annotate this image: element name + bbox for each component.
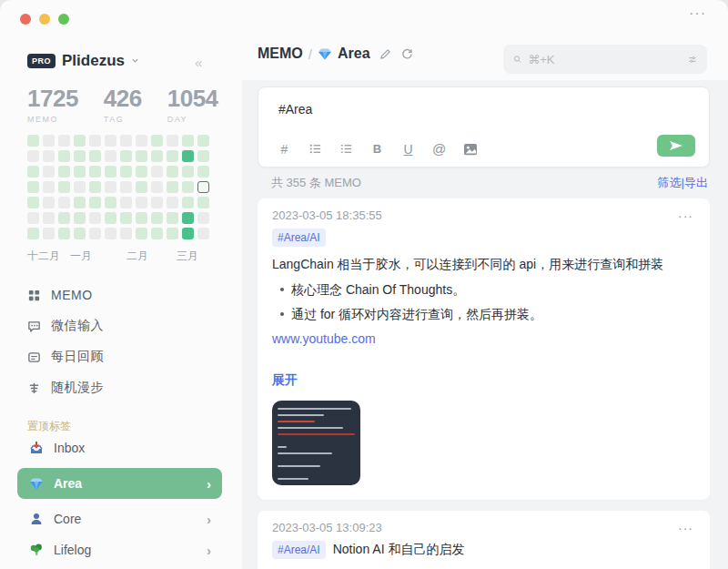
underline-button[interactable]: U <box>400 141 416 157</box>
heatmap-cell[interactable] <box>120 228 132 239</box>
export-link[interactable]: 导出 <box>684 176 708 189</box>
heatmap-cell[interactable] <box>27 135 39 147</box>
heatmap-cell[interactable] <box>58 135 70 147</box>
heatmap-cell[interactable] <box>197 197 209 208</box>
heatmap-cell[interactable] <box>27 212 39 224</box>
workspace-switcher[interactable]: PRO Plidezus <box>27 52 139 70</box>
heatmap-cell[interactable] <box>182 197 194 208</box>
heatmap-cell[interactable] <box>197 135 209 147</box>
heatmap-cell[interactable] <box>167 150 178 162</box>
heatmap-cell[interactable] <box>105 135 116 147</box>
heatmap-cell[interactable] <box>89 150 101 162</box>
heatmap-cell[interactable] <box>58 228 70 239</box>
heatmap-cell[interactable] <box>105 166 116 178</box>
heatmap-cell[interactable] <box>120 135 132 147</box>
expand-link[interactable]: 展开 <box>272 372 693 389</box>
sidebar-tag-inbox[interactable]: Inbox <box>17 433 222 462</box>
heatmap-cell[interactable] <box>182 166 194 178</box>
heatmap-cell[interactable] <box>43 150 55 162</box>
heatmap-cell[interactable] <box>120 166 132 178</box>
sidebar-tag-area[interactable]: Area › <box>17 468 222 499</box>
filter-sliders-icon[interactable] <box>688 53 697 66</box>
heatmap-cell[interactable] <box>58 212 70 224</box>
heatmap-cell[interactable] <box>89 181 101 193</box>
memo-tag-chip[interactable]: #Area/AI <box>272 541 326 559</box>
heatmap-cell[interactable] <box>167 197 178 208</box>
heatmap-cell[interactable] <box>197 150 209 162</box>
edit-pencil-icon[interactable] <box>379 47 392 61</box>
sidebar-tag-lifelog[interactable]: Lifelog › <box>17 535 222 564</box>
heatmap-cell[interactable] <box>43 228 55 239</box>
heatmap-cell[interactable] <box>58 181 70 193</box>
heatmap-cell[interactable] <box>136 181 147 193</box>
heatmap-cell[interactable] <box>89 166 101 178</box>
hashtag-button[interactable]: # <box>277 141 292 157</box>
bullet-list-button[interactable] <box>308 141 323 157</box>
heatmap-cell[interactable] <box>182 181 194 193</box>
refresh-icon[interactable] <box>400 47 414 61</box>
heatmap-cell[interactable] <box>74 197 86 208</box>
heatmap-cell[interactable] <box>167 228 178 239</box>
memo-link[interactable]: www.youtube.com <box>272 331 376 346</box>
heatmap-cell[interactable] <box>105 228 116 239</box>
numbered-list-button[interactable] <box>339 141 354 157</box>
heatmap-cell[interactable] <box>136 135 147 147</box>
minimize-window-button[interactable] <box>39 14 50 25</box>
heatmap-cell[interactable] <box>167 181 178 193</box>
heatmap-cell[interactable] <box>151 181 163 193</box>
heatmap-cell[interactable] <box>43 181 55 193</box>
heatmap-cell[interactable] <box>105 181 116 193</box>
heatmap-cell[interactable] <box>167 166 178 178</box>
heatmap-cell[interactable] <box>43 197 55 208</box>
heatmap-cell[interactable] <box>105 150 116 162</box>
window-more-icon[interactable]: ··· <box>689 5 706 22</box>
bold-button[interactable]: B <box>369 141 385 157</box>
heatmap-cell[interactable] <box>151 166 163 178</box>
close-window-button[interactable] <box>20 14 31 25</box>
heatmap-cell[interactable] <box>27 228 39 239</box>
insert-image-button[interactable] <box>462 141 478 157</box>
heatmap-cell[interactable] <box>197 166 209 178</box>
heatmap-cell[interactable] <box>43 135 55 147</box>
heatmap-cell[interactable] <box>167 135 178 147</box>
memo-more-icon[interactable]: ··· <box>678 523 693 533</box>
heatmap-cell[interactable] <box>27 166 39 178</box>
memo-tag-chip[interactable]: #Area/AI <box>272 229 326 247</box>
heatmap-cell[interactable] <box>136 150 147 162</box>
sidebar-item-daily-review[interactable]: 每日回顾 <box>27 346 104 368</box>
heatmap-cell[interactable] <box>105 197 116 208</box>
sidebar-item-memo[interactable]: MEMO <box>27 284 93 306</box>
heatmap-cell[interactable] <box>74 181 86 193</box>
heatmap-cell[interactable] <box>43 212 55 224</box>
search-box[interactable] <box>503 45 707 74</box>
heatmap-cell[interactable] <box>89 197 101 208</box>
heatmap-cell[interactable] <box>151 228 163 239</box>
mention-button[interactable]: @ <box>431 141 447 157</box>
heatmap-cell[interactable] <box>182 212 194 224</box>
search-input[interactable] <box>528 53 688 66</box>
heatmap-cell[interactable] <box>74 166 86 178</box>
heatmap-cell[interactable] <box>151 135 163 147</box>
heatmap-cell[interactable] <box>136 212 147 224</box>
heatmap-cell[interactable] <box>74 135 86 147</box>
heatmap-cell[interactable] <box>89 135 101 147</box>
sidebar-item-wechat-input[interactable]: 微信输入 <box>27 315 104 337</box>
heatmap-cell[interactable] <box>167 212 178 224</box>
heatmap-cell[interactable] <box>151 212 163 224</box>
memo-more-icon[interactable]: ··· <box>678 211 693 220</box>
heatmap-cell[interactable] <box>58 150 70 162</box>
heatmap-cell[interactable] <box>197 212 209 224</box>
heatmap-cell[interactable] <box>197 228 209 239</box>
heatmap-cell[interactable] <box>182 150 194 162</box>
collapse-sidebar-icon[interactable]: « <box>195 55 202 70</box>
sidebar-item-random-walk[interactable]: 随机漫步 <box>27 377 104 399</box>
heatmap-cell[interactable] <box>120 197 132 208</box>
heatmap-cell[interactable] <box>136 228 147 239</box>
heatmap-cell[interactable] <box>120 150 132 162</box>
heatmap-cell[interactable] <box>27 197 39 208</box>
attachment-code-screenshot[interactable] <box>272 401 360 485</box>
heatmap-cell[interactable] <box>43 166 55 178</box>
heatmap-cell[interactable] <box>182 228 194 239</box>
maximize-window-button[interactable] <box>58 14 69 25</box>
heatmap-cell[interactable] <box>136 166 147 178</box>
